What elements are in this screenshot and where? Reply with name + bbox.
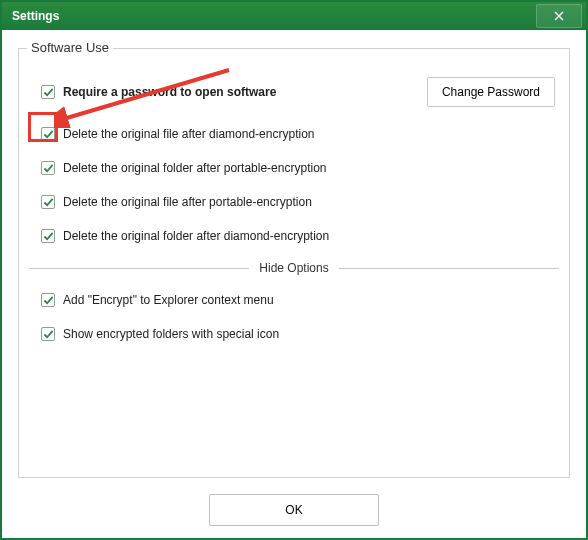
software-use-group: Software Use Require a password to open … <box>18 48 570 478</box>
option-row-delete-folder-diamond: Delete the original folder after diamond… <box>25 219 563 253</box>
require-password-checkbox[interactable] <box>41 85 55 99</box>
checkmark-icon <box>43 295 54 306</box>
checkmark-icon <box>43 231 54 242</box>
content-area: Software Use Require a password to open … <box>2 30 586 538</box>
hide-options-divider: Hide Options <box>29 261 559 275</box>
option-row-delete-folder-portable: Delete the original folder after portabl… <box>25 151 563 185</box>
checkmark-icon <box>43 197 54 208</box>
option-label: Show encrypted folders with special icon <box>63 327 279 341</box>
delete-file-portable-checkbox[interactable] <box>41 195 55 209</box>
show-encrypted-icon-checkbox[interactable] <box>41 327 55 341</box>
close-button[interactable] <box>536 4 582 28</box>
delete-file-diamond-checkbox[interactable] <box>41 127 55 141</box>
footer: OK <box>2 494 586 526</box>
window-title: Settings <box>12 9 59 23</box>
divider-line <box>29 268 249 269</box>
option-label: Add "Encrypt" to Explorer context menu <box>63 293 274 307</box>
add-encrypt-context-checkbox[interactable] <box>41 293 55 307</box>
option-label: Delete the original file after portable-… <box>63 195 312 209</box>
option-row-delete-file-portable: Delete the original file after portable-… <box>25 185 563 219</box>
option-label: Delete the original folder after diamond… <box>63 229 329 243</box>
option-row-require-password: Require a password to open software Chan… <box>25 67 563 117</box>
delete-folder-diamond-checkbox[interactable] <box>41 229 55 243</box>
option-row-delete-file-diamond: Delete the original file after diamond-e… <box>25 117 563 151</box>
option-label: Delete the original file after diamond-e… <box>63 127 314 141</box>
delete-folder-portable-checkbox[interactable] <box>41 161 55 175</box>
ok-button[interactable]: OK <box>209 494 379 526</box>
checkmark-icon <box>43 87 54 98</box>
checkmark-icon <box>43 329 54 340</box>
hide-options-label: Hide Options <box>259 261 328 275</box>
option-row-add-encrypt-context: Add "Encrypt" to Explorer context menu <box>25 283 563 317</box>
option-label: Delete the original folder after portabl… <box>63 161 326 175</box>
checkmark-icon <box>43 129 54 140</box>
close-icon <box>554 11 564 21</box>
checkmark-icon <box>43 163 54 174</box>
titlebar: Settings <box>2 2 586 30</box>
change-password-button[interactable]: Change Password <box>427 77 555 107</box>
group-legend: Software Use <box>27 40 113 55</box>
require-password-label: Require a password to open software <box>63 85 276 99</box>
divider-line <box>339 268 559 269</box>
option-row-show-encrypted-icon: Show encrypted folders with special icon <box>25 317 563 351</box>
